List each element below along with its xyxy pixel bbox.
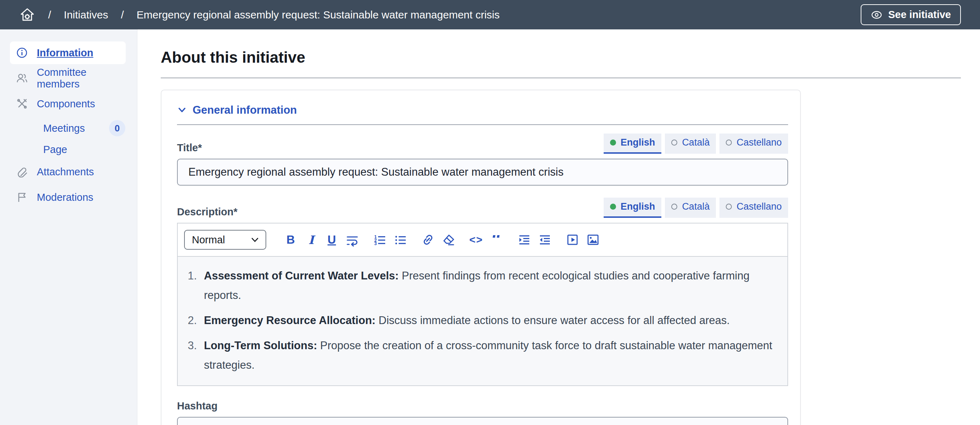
sidebar-item-label: Committee members	[37, 67, 119, 90]
breadcrumb-current-page: Emergency regional assembly request: Sus…	[137, 9, 500, 21]
breadcrumb-separator: /	[121, 9, 124, 21]
hashtag-input[interactable]	[177, 417, 788, 425]
inactive-language-dot-icon	[726, 204, 732, 210]
breadcrumb-link-initiatives[interactable]: Initiatives	[64, 9, 108, 21]
image-icon[interactable]	[585, 232, 600, 247]
breadcrumb-separator: /	[48, 9, 51, 21]
sidebar: Information Committee members	[0, 29, 137, 425]
link-icon[interactable]	[421, 232, 436, 247]
list-item-number: 1.	[178, 266, 197, 285]
language-tab-label: Català	[682, 137, 710, 148]
description-label: Description*	[177, 206, 237, 218]
editor-toolbar: Normal B I U	[178, 223, 788, 257]
eraser-icon[interactable]	[441, 232, 456, 247]
language-tab-english[interactable]: English	[604, 134, 662, 154]
section-title: General information	[192, 104, 297, 116]
admin-app: / Initiatives / Emergency regional assem…	[0, 0, 980, 425]
sidebar-item-label: Page	[43, 144, 67, 156]
language-tab-catala[interactable]: Català	[665, 134, 716, 154]
eye-icon	[870, 10, 883, 19]
tools-icon	[16, 98, 28, 110]
list-item: 2.Emergency Resource Allocation: Discuss…	[178, 310, 788, 330]
video-embed-icon[interactable]	[565, 232, 580, 247]
list-item-bold-text: Assessment of Current Water Levels:	[204, 269, 399, 282]
flag-icon	[16, 192, 28, 203]
inactive-language-dot-icon	[671, 204, 677, 210]
format-selector[interactable]: Normal	[184, 230, 266, 250]
language-tab-label: Català	[682, 201, 710, 212]
list-item: 3.Long-Term Solutions: Propose the creat…	[178, 336, 788, 375]
see-initiative-label: See initiative	[888, 9, 951, 21]
section-divider	[177, 124, 788, 125]
home-icon[interactable]	[19, 7, 35, 23]
active-language-dot-icon	[610, 140, 616, 146]
page-title: About this initiative	[161, 49, 961, 66]
language-tab-castellano[interactable]: Castellano	[719, 134, 788, 154]
language-tab-catala[interactable]: Català	[665, 197, 716, 218]
rich-text-editor-content[interactable]: 1.Assessment of Current Water Levels: Pr…	[178, 257, 788, 385]
language-tab-label: English	[620, 137, 655, 148]
bold-icon[interactable]: B	[283, 232, 298, 247]
svg-text:3: 3	[374, 241, 377, 246]
language-tab-castellano[interactable]: Castellano	[719, 197, 788, 218]
line-break-icon[interactable]	[345, 232, 360, 247]
list-item-bold-text: Emergency Resource Allocation:	[204, 314, 375, 326]
blockquote-icon[interactable]: “	[489, 235, 504, 244]
indent-decrease-icon[interactable]	[538, 232, 552, 247]
paperclip-icon	[16, 166, 28, 177]
inactive-language-dot-icon	[671, 140, 677, 146]
language-tab-label: English	[620, 201, 655, 212]
sidebar-item-committee-members[interactable]: Committee members	[10, 67, 126, 90]
sidebar-item-attachments[interactable]: Attachments	[10, 161, 126, 183]
title-language-tabs: English Català Castellano	[604, 134, 788, 154]
format-selector-value: Normal	[192, 234, 225, 246]
sidebar-item-information[interactable]: Information	[10, 41, 126, 64]
general-information-toggle[interactable]: General information	[177, 104, 788, 116]
language-tab-english[interactable]: English	[604, 197, 662, 218]
hashtag-label: Hashtag	[177, 400, 788, 412]
list-item-number: 2.	[178, 310, 197, 330]
bullet-list-icon[interactable]	[393, 232, 408, 247]
active-language-dot-icon	[610, 204, 616, 210]
sidebar-item-label: Moderations	[37, 192, 94, 203]
ordered-list: 1.Assessment of Current Water Levels: Pr…	[178, 266, 788, 375]
underline-icon[interactable]: U	[324, 232, 339, 247]
sidebar-item-page[interactable]: Page	[43, 139, 125, 160]
chevron-down-icon	[177, 105, 187, 115]
list-item-bold-text: Long-Term Solutions:	[204, 339, 317, 352]
sidebar-item-label: Attachments	[37, 166, 94, 178]
list-item-text: Discuss immediate actions to ensure wate…	[375, 314, 730, 326]
list-item: 1.Assessment of Current Water Levels: Pr…	[178, 266, 788, 305]
meetings-count-badge: 0	[109, 120, 125, 136]
description-language-tabs: English Català Castellano	[604, 197, 788, 218]
info-icon	[16, 47, 28, 59]
page-divider	[161, 78, 961, 78]
title-label: Title*	[177, 142, 202, 154]
general-information-card: General information Title* English Catal…	[161, 90, 801, 425]
title-field-row: Title* English Català Castellano	[177, 134, 788, 154]
indent-increase-icon[interactable]	[517, 232, 532, 247]
see-initiative-button[interactable]: See initiative	[861, 4, 961, 25]
topbar: / Initiatives / Emergency regional assem…	[0, 0, 980, 29]
sidebar-item-moderations[interactable]: Moderations	[10, 186, 126, 209]
sidebar-item-meetings[interactable]: Meetings 0	[43, 118, 125, 138]
sidebar-item-label: Components	[37, 98, 95, 110]
language-tab-label: Castellano	[737, 201, 782, 212]
ordered-list-icon[interactable]: 1 2 3	[372, 232, 387, 247]
sidebar-item-label: Information	[37, 47, 94, 59]
language-tab-label: Castellano	[737, 137, 782, 148]
main-content: About this initiative General informatio…	[137, 29, 980, 425]
inactive-language-dot-icon	[726, 140, 732, 146]
list-item-number: 3.	[178, 336, 197, 355]
title-input[interactable]	[177, 159, 788, 186]
sidebar-item-components[interactable]: Components	[10, 92, 126, 115]
users-icon	[16, 73, 28, 84]
code-block-icon[interactable]: <>	[469, 232, 484, 247]
italic-icon[interactable]: I	[304, 232, 319, 247]
description-field-row: Description* English Català Castellano	[177, 197, 788, 218]
sidebar-item-label: Meetings	[43, 123, 85, 134]
rich-text-editor: Normal B I U	[177, 223, 788, 386]
